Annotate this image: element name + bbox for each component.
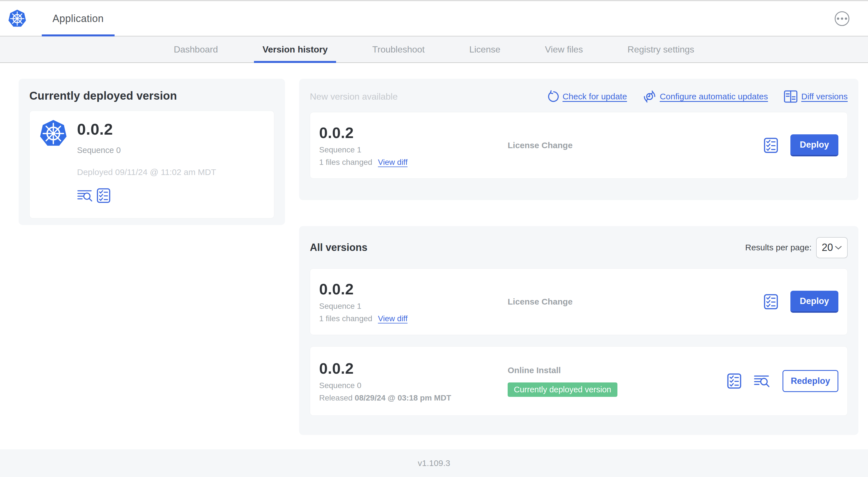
- currently-deployed-card: 0.0.2 Sequence 0 Deployed 09/11/24 @ 11:…: [29, 111, 274, 218]
- preflight-checklist-icon: [764, 138, 778, 153]
- view-logs-button[interactable]: [754, 374, 770, 388]
- version-source: Online Install: [508, 365, 727, 375]
- tab-license[interactable]: License: [468, 36, 501, 62]
- diff-versions-link[interactable]: Diff versions: [784, 89, 848, 103]
- currently-deployed-heading: Currently deployed version: [29, 89, 274, 102]
- preflight-checks-button[interactable]: [97, 188, 110, 203]
- app-title: Application: [53, 13, 104, 25]
- currently-deployed-badge: Currently deployed version: [508, 383, 617, 397]
- version-source: License Change: [508, 297, 764, 306]
- diff-icon: [784, 89, 798, 103]
- ellipsis-icon: [836, 18, 848, 20]
- version-sequence: Sequence 0: [319, 381, 508, 390]
- logs-icon: [754, 374, 770, 388]
- tab-dashboard[interactable]: Dashboard: [173, 36, 219, 62]
- version-history-page: Currently deployed version 0.0.2 Sequen: [0, 63, 868, 448]
- currently-deployed-panel: Currently deployed version 0.0.2 Sequen: [19, 79, 285, 225]
- app-nav: Dashboard Version history Troubleshoot L…: [0, 36, 868, 63]
- deploy-button[interactable]: Deploy: [790, 135, 838, 156]
- app-header: Application: [0, 0, 868, 36]
- deployed-timestamp: Deployed 09/11/24 @ 11:02 am MDT: [77, 168, 216, 177]
- tab-version-history[interactable]: Version history: [261, 36, 329, 62]
- auto-update-clock-icon: [643, 90, 656, 103]
- view-diff-link[interactable]: View diff: [378, 158, 407, 167]
- tab-view-files[interactable]: View files: [544, 36, 584, 62]
- app-title-active-underline: [42, 34, 115, 36]
- version-number: 0.0.2: [319, 124, 508, 141]
- all-versions-panel: All versions Results per page: 20 0.0.2 …: [299, 226, 859, 435]
- files-changed-text: 1 files changed: [319, 314, 372, 323]
- view-logs-button[interactable]: [77, 189, 93, 202]
- kubernetes-logo-icon: [8, 9, 27, 28]
- deploy-button[interactable]: Deploy: [790, 291, 838, 313]
- version-number: 0.0.2: [319, 280, 508, 298]
- results-per-page-select[interactable]: 20: [816, 237, 848, 258]
- new-version-panel: New version available Check for update: [299, 79, 859, 200]
- version-source: License Change: [508, 141, 764, 150]
- version-row: 0.0.2 Sequence 1 1 files changed View di…: [310, 268, 848, 335]
- deployed-sequence: Sequence 0: [77, 146, 216, 155]
- released-timestamp: Released 08/29/24 @ 03:18 pm MDT: [319, 393, 508, 403]
- preflight-checks-button[interactable]: [727, 374, 741, 389]
- view-diff-link[interactable]: View diff: [378, 314, 407, 323]
- chevron-down-icon: [835, 245, 842, 250]
- files-changed-text: 1 files changed: [319, 158, 372, 167]
- console-version: v1.109.3: [417, 458, 450, 468]
- version-row: 0.0.2 Sequence 0 Released 08/29/24 @ 03:…: [310, 346, 848, 416]
- preflight-checklist-icon: [97, 188, 110, 203]
- version-sequence: Sequence 1: [319, 145, 508, 154]
- new-version-heading: New version available: [310, 91, 398, 102]
- configure-automatic-updates-link[interactable]: Configure automatic updates: [643, 90, 768, 103]
- deployed-version-number: 0.0.2: [77, 120, 216, 138]
- preflight-checks-button[interactable]: [764, 138, 778, 153]
- tab-registry-settings[interactable]: Registry settings: [626, 36, 695, 62]
- version-sequence: Sequence 1: [319, 302, 508, 311]
- pending-version-row: 0.0.2 Sequence 1 1 files changed View di…: [310, 112, 848, 179]
- overflow-menu-button[interactable]: [835, 11, 849, 26]
- preflight-checklist-icon: [727, 374, 741, 389]
- redeploy-button[interactable]: Redeploy: [782, 370, 838, 392]
- preflight-checklist-icon: [764, 294, 778, 309]
- kubernetes-app-icon: [39, 119, 67, 148]
- version-number: 0.0.2: [319, 360, 508, 377]
- all-versions-heading: All versions: [310, 242, 367, 254]
- refresh-icon: [547, 90, 559, 103]
- tab-troubleshoot[interactable]: Troubleshoot: [371, 36, 426, 62]
- results-per-page-label: Results per page:: [745, 243, 812, 252]
- logs-icon: [77, 189, 93, 202]
- app-footer: v1.109.3: [0, 449, 868, 477]
- check-for-update-link[interactable]: Check for update: [547, 90, 627, 103]
- preflight-checks-button[interactable]: [764, 294, 778, 309]
